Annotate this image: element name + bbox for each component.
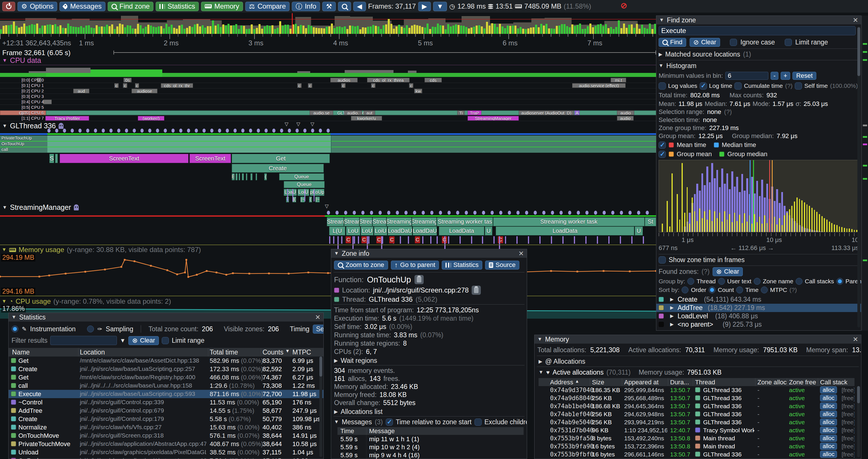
alloc-callstack-button[interactable]: alloc [820,451,837,458]
column-header[interactable]: Zone alloc [757,379,787,386]
stream-c-marker[interactable]: C [345,236,351,243]
limit-range-checkbox[interactable] [785,39,792,46]
timeline-zone[interactable]: E [232,173,235,180]
timeline-zone[interactable]: Ti [457,110,465,115]
table-row[interactable]: Executejni/../jni/src/claw/base/LuaScrip… [9,390,323,398]
timeline-zone[interactable]: LoadDaU [413,227,437,235]
group-by-user-text-radio[interactable] [718,278,725,285]
timeline-minimap-scrollbar[interactable] [862,15,868,331]
timeline-zone[interactable]: audio.se [310,110,333,115]
timeline-zone[interactable]: L(U [329,227,345,235]
table-row[interactable]: OnRedrawjni/../jni/src/claw/application/… [9,456,323,459]
timeline-zone[interactable]: audiose [131,89,157,93]
timeline-zone[interactable]: Streaming worker task [493,217,645,226]
legend-checkbox[interactable] [659,151,666,158]
timeline-zone[interactable]: Queue [284,181,324,188]
show-frames-checkbox[interactable] [659,256,666,264]
histogram-header-row[interactable]: ▼Histogram [659,62,696,70]
timeline-zone[interactable]: ScreenText [60,154,188,163]
zone-info-button[interactable]: ↑Go to parent [391,261,439,269]
timeline-zone[interactable]: ScreenText [190,154,231,163]
timeline-zone[interactable]: c [308,83,312,88]
message-row[interactable]: 5.59 smip 11 w 1 h 1 (1) [338,435,524,443]
power-button[interactable] [2,2,15,11]
alloc-callstack-button[interactable]: alloc [820,427,837,434]
message-marker-icon[interactable]: ▽ [285,121,288,127]
timeline-zone[interactable]: mi.t [611,78,626,83]
find-zone-button[interactable]: Find zone [108,2,153,11]
timeline-zone[interactable]: c [135,83,139,88]
column-header[interactable]: Message [369,427,395,435]
table-row[interactable]: AddTreejni/../jni/src/guif/Control.cpp:6… [9,406,323,415]
table-row[interactable]: Createjni/../jni/src/guif/Control.cpp:17… [9,415,323,423]
column-header[interactable]: Thread [695,379,715,386]
found-zone-row[interactable]: ▶AddTree(18,542) 227.19 ms [656,304,861,312]
table-row[interactable]: 0x7531d7b04096 KB1:10 234,952,16112:40.7… [538,426,855,434]
table-row[interactable]: Normalizejni/../jni/src/claw/vfs/Vfs.cpp… [9,423,323,431]
timeline-zone[interactable]: LoiU [298,189,309,196]
zoom-search-button[interactable] [338,2,351,11]
timeline-zone[interactable]: audios [330,78,358,83]
message-marker-icon[interactable]: ▽ [325,203,329,209]
table-row[interactable]: ~Controljni/../jni/src/guif/Control.cpp:… [9,398,323,406]
allocations-list-row[interactable]: ▶Allocations list [334,407,382,416]
close-icon[interactable]: ✕ [853,335,858,343]
log-time-checkbox[interactable] [700,83,707,90]
timeline-zone[interactable]: U [485,227,492,235]
column-header[interactable]: Name [12,349,30,356]
timeline-zone[interactable]: c [123,83,127,88]
timeline-zone[interactable] [236,173,238,180]
find-zone-titlebar[interactable]: ▼Find zone✕ [656,16,861,24]
timeline-zone[interactable]: Streaming [412,217,437,226]
min-bin-input[interactable]: 6 [725,72,768,80]
cpu-data-section-header[interactable]: ▼CPU data [2,56,41,65]
found-clear-button[interactable]: ⊗Clear [713,267,743,276]
table-row[interactable]: 0x7553b9fbf016 bytes296,661,146ns13:50.7… [538,450,855,458]
timeline-zone[interactable]: cds_ol_rx_thr [161,83,193,88]
alloc-callstack-button[interactable]: alloc [820,394,837,402]
message-marker-icon[interactable]: ▽ [297,121,300,127]
timeline-zone[interactable]: c [341,83,345,88]
zone-info-button[interactable]: Statistics [442,261,482,269]
timeline-zone[interactable]: 0s [124,78,131,83]
instrumentation-radio[interactable] [11,326,19,332]
next-frame-button[interactable]: ▶ [418,2,431,11]
exclude-children-checkbox[interactable] [474,419,482,426]
clear-button[interactable]: ⊘Clear [690,38,720,47]
filter-input[interactable] [50,336,117,345]
timeline-zone[interactable]: LoadData [439,227,484,235]
table-row[interactable]: 0x74ab1ef040256 KB294,629,948ns13:50.7GL… [538,410,855,418]
alloc-callstack-button[interactable]: alloc [820,411,837,418]
group-by-zone-name-radio[interactable] [754,278,761,285]
timeline-zone[interactable]: aut [364,110,375,115]
timeline-zone[interactable]: LoadData [496,227,634,235]
column-header[interactable]: Counts▼ [262,349,290,356]
timeline-zone[interactable] [55,154,58,163]
timeline-zone[interactable] [250,173,252,180]
timeline-zone[interactable]: StreamingManager [468,116,519,121]
sort-by-order-radio[interactable] [682,287,688,293]
find-zone-search-input[interactable]: Execute [659,26,856,35]
group-by-call-stacks-radio[interactable] [796,278,803,285]
timeline-zone[interactable]: Strea [373,217,386,226]
find-zone-histogram[interactable] [659,160,859,232]
statistics-window-titlebar[interactable]: ▼Statistics✕ [9,313,323,322]
statistics-button[interactable]: Statistics [156,2,199,11]
found-zone-row[interactable]: ▶LoadLevel(18) 406.88 μs [656,312,861,320]
timeline-zone[interactable] [246,173,247,180]
timeline-zone[interactable]: S [50,154,54,163]
timeline-zone[interactable]: audio. [344,110,362,115]
active-allocations-row[interactable]: ▼♥Active allocations(70,311)Memory usage… [538,368,721,376]
zone-info-button[interactable]: Source [485,261,519,269]
alloc-callstack-button[interactable]: alloc [820,402,837,409]
column-header[interactable]: Dura... [670,379,693,386]
timeline-zone[interactable]: Tracy Profiler [45,116,89,121]
timeline-zone[interactable]: St [645,217,656,226]
options-button[interactable]: ⚙Options [18,2,57,11]
zone-info-titlebar[interactable]: ▼Zone info✕ [331,249,527,258]
timeline-zone[interactable]: LoadDaU [388,227,412,235]
info-button[interactable]: ⓘInfo [292,2,320,11]
close-icon[interactable]: ✕ [519,250,524,258]
group-by-parent-radio[interactable] [836,278,843,285]
close-icon[interactable]: ✕ [853,17,858,24]
